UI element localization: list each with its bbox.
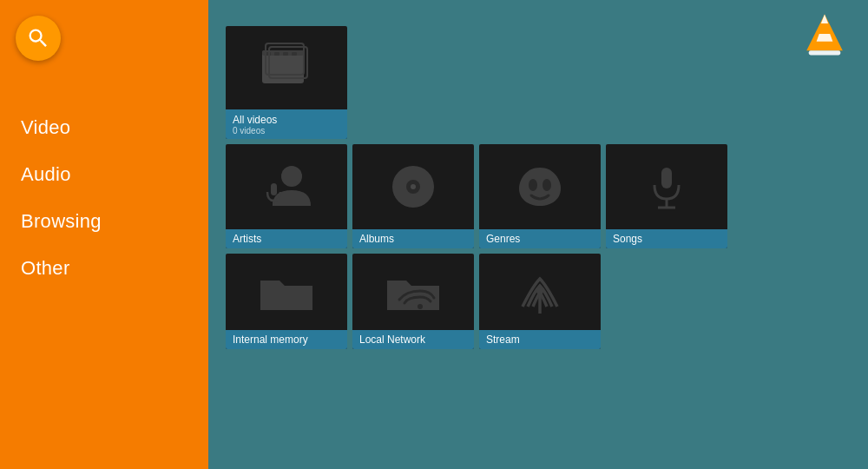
tile-genres-label: Genres	[479, 229, 601, 248]
tile-artists-title: Artists	[233, 233, 340, 245]
video-row: All videos 0 videos	[226, 26, 851, 139]
svg-point-24	[418, 304, 423, 309]
svg-marker-3	[817, 34, 833, 42]
tile-local-network-title: Local Network	[359, 334, 467, 346]
sidebar-item-audio[interactable]: Audio	[0, 151, 208, 198]
tile-local-network[interactable]: Local Network	[352, 254, 474, 349]
tile-all-videos-title: All videos	[233, 114, 340, 126]
svg-rect-4	[809, 50, 840, 55]
tile-stream-label: Stream	[479, 330, 601, 349]
tile-internal-memory[interactable]: Internal memory	[226, 254, 347, 349]
albums-icon	[352, 144, 474, 229]
tile-genres-title: Genres	[486, 233, 594, 245]
svg-rect-21	[661, 168, 672, 188]
tile-internal-memory-title: Internal memory	[233, 334, 340, 346]
tile-stream[interactable]: Stream	[479, 254, 601, 349]
tile-all-videos-label: All videos 0 videos	[226, 109, 347, 139]
svg-point-20	[542, 179, 551, 191]
sidebar: Video Audio Browsing Other	[0, 0, 208, 469]
songs-icon	[606, 144, 727, 229]
svg-marker-2	[821, 15, 828, 23]
svg-rect-9	[283, 52, 288, 56]
artists-icon	[226, 144, 347, 229]
tile-albums-title: Albums	[359, 233, 467, 245]
tile-artists-label: Artists	[226, 229, 347, 248]
svg-rect-8	[274, 52, 279, 56]
stream-icon	[479, 254, 601, 330]
svg-point-18	[411, 184, 416, 189]
main-content: All videos 0 videos	[208, 0, 868, 469]
tile-all-videos-sub: 0 videos	[233, 126, 340, 135]
browse-row: Internal memory Local Network	[226, 254, 851, 349]
vlc-logo	[802, 12, 847, 57]
network-icon	[352, 254, 474, 330]
search-icon	[26, 26, 50, 50]
folder-icon	[226, 254, 347, 330]
svg-point-25	[536, 287, 543, 294]
tile-songs[interactable]: Songs	[606, 144, 727, 248]
svg-rect-10	[292, 52, 297, 56]
svg-point-13	[281, 166, 302, 187]
svg-rect-14	[271, 183, 277, 195]
sidebar-item-other[interactable]: Other	[0, 245, 208, 292]
svg-point-19	[529, 179, 537, 191]
tile-albums[interactable]: Albums	[352, 144, 474, 248]
content-grid: All videos 0 videos	[226, 26, 851, 349]
tile-stream-title: Stream	[486, 334, 594, 346]
tile-local-network-label: Local Network	[352, 330, 474, 349]
tile-albums-label: Albums	[352, 229, 474, 248]
sidebar-item-browsing[interactable]: Browsing	[0, 198, 208, 245]
sidebar-item-video[interactable]: Video	[0, 104, 208, 151]
tile-genres[interactable]: Genres	[479, 144, 601, 248]
tile-songs-label: Songs	[606, 229, 727, 248]
tile-all-videos[interactable]: All videos 0 videos	[226, 26, 347, 139]
audio-row: Artists Albums	[226, 144, 851, 248]
nav-menu: Video Audio Browsing Other	[0, 104, 208, 292]
genres-icon	[479, 144, 601, 229]
search-button[interactable]	[16, 16, 61, 61]
video-icon	[226, 26, 347, 109]
tile-internal-memory-label: Internal memory	[226, 330, 347, 349]
tile-artists[interactable]: Artists	[226, 144, 347, 248]
tile-songs-title: Songs	[613, 233, 720, 245]
